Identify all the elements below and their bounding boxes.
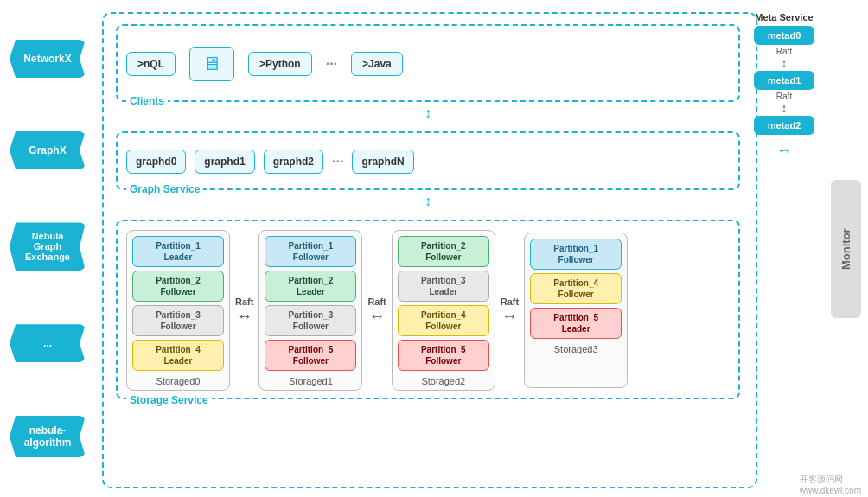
graph-to-storage-arrow: ↕ [424, 194, 431, 208]
raft-arrow-icon-2: ↔ [369, 309, 385, 324]
raft-arrow-3: Raft ↔ [499, 296, 520, 324]
storaged1-node: Partition_1Follower Partition_2Leader Pa… [258, 230, 362, 391]
graphd2: graphd2 [264, 150, 323, 174]
s1-p5-follower: Partition_5Follower [265, 340, 356, 371]
raft-arrow-icon-3: ↔ [501, 309, 517, 324]
s2-p2-follower: Partition_2Follower [398, 236, 489, 267]
right-sidebar: Monitor [823, 0, 868, 497]
raft-v1-arrow: ↕ [782, 56, 788, 71]
raft-arrow-icon-1: ↔ [237, 309, 252, 324]
s3-p1-follower: Partition_1Follower [530, 239, 622, 270]
storage-inner: Partition_1Leader Partition_2Follower Pa… [126, 230, 730, 391]
graph-to-meta-arrow: ↔ [754, 142, 814, 160]
storaged1-label: Storaged1 [289, 376, 333, 386]
sidebar-item-graphx: GraphX [10, 131, 86, 169]
graphdN: graphdN [352, 150, 413, 174]
monitor-display-icon: 🖥 [202, 53, 221, 75]
raft-v2: Raft ↕ [754, 92, 814, 116]
s0-p4-leader: Partition_4Leader [132, 340, 224, 371]
client-python: >Python [248, 52, 312, 76]
s3-p5-leader: Partition_5Leader [530, 308, 622, 339]
s0-p1-leader: Partition_1Leader [132, 236, 224, 267]
clients-label: Clients [126, 95, 168, 107]
raft-arrow-1: Raft ↔ [233, 296, 255, 324]
client-monitor-icon: 🖥 [189, 47, 234, 81]
clients-section: >nQL 🖥 >Python ··· >Java Clients [116, 24, 740, 102]
storaged3-label: Storaged3 [554, 344, 598, 354]
raft-arrow-2: Raft ↔ [366, 296, 387, 324]
graphd0: graphd0 [126, 150, 186, 174]
storage-service-label: Storage Service [126, 394, 212, 406]
metad0: metad0 [754, 26, 814, 45]
metad1: metad1 [754, 71, 814, 90]
graphd1: graphd1 [195, 150, 254, 174]
storaged2-label: Storaged2 [421, 376, 465, 386]
watermark: 开客源码网www.dkewl.com [800, 474, 861, 495]
s2-p4-follower: Partition_4Follower [398, 305, 489, 336]
sidebar-item-networkx: NetworkX [10, 40, 86, 78]
s3-p4-follower: Partition_4Follower [530, 273, 622, 304]
s1-p2-leader: Partition_2Leader [265, 271, 356, 302]
raft-v1-label: Raft [776, 47, 792, 56]
s2-p5-follower: Partition_5Follower [398, 340, 489, 371]
metad2: metad2 [754, 116, 814, 135]
storaged3-node: Partition_1Follower Partition_4Follower … [524, 233, 628, 388]
meta-section: Meta Service metad0 Raft ↕ metad1 Raft ↕… [754, 12, 814, 160]
s2-p3-leader: Partition_3Leader [398, 271, 489, 302]
graph-service-label: Graph Service [126, 183, 203, 195]
s0-p3-follower: Partition_3Follower [132, 305, 224, 336]
s0-p2-follower: Partition_2Follower [132, 271, 224, 302]
sidebar-item-dots: ... [10, 324, 86, 362]
storaged0-node: Partition_1Leader Partition_2Follower Pa… [126, 230, 230, 391]
storaged2-node: Partition_2Follower Partition_3Leader Pa… [392, 230, 495, 391]
client-java: >Java [351, 52, 403, 76]
meta-service-title: Meta Service [754, 12, 814, 22]
left-sidebar: NetworkX GraphX Nebula Graph Exchange ..… [0, 0, 95, 497]
s1-p3-follower: Partition_3Follower [265, 305, 356, 336]
s1-p1-follower: Partition_1Follower [265, 236, 356, 267]
clients-to-graph-arrow: ↕ [424, 105, 431, 120]
storage-section: Partition_1Leader Partition_2Follower Pa… [116, 220, 740, 399]
raft-v2-label: Raft [776, 92, 792, 101]
main-content: >nQL 🖥 >Python ··· >Java Clients ↕ graph… [95, 0, 823, 497]
storaged0-label: Storaged0 [156, 376, 201, 386]
client-ngql: >nQL [126, 52, 176, 76]
monitor-label: Monitor [831, 180, 861, 318]
graph-section: graphd0 graphd1 graphd2 ··· graphdN Grap… [116, 131, 740, 190]
clients-dots: ··· [326, 56, 337, 72]
graph-dots: ··· [332, 154, 343, 169]
sidebar-item-nebula-algo: nebula-algorithm [10, 416, 86, 457]
main-container: NetworkX GraphX Nebula Graph Exchange ..… [0, 0, 868, 497]
raft-v2-arrow: ↕ [782, 101, 788, 116]
raft-v1: Raft ↕ [754, 47, 814, 71]
sidebar-item-nebula-exchange: Nebula Graph Exchange [10, 222, 86, 271]
